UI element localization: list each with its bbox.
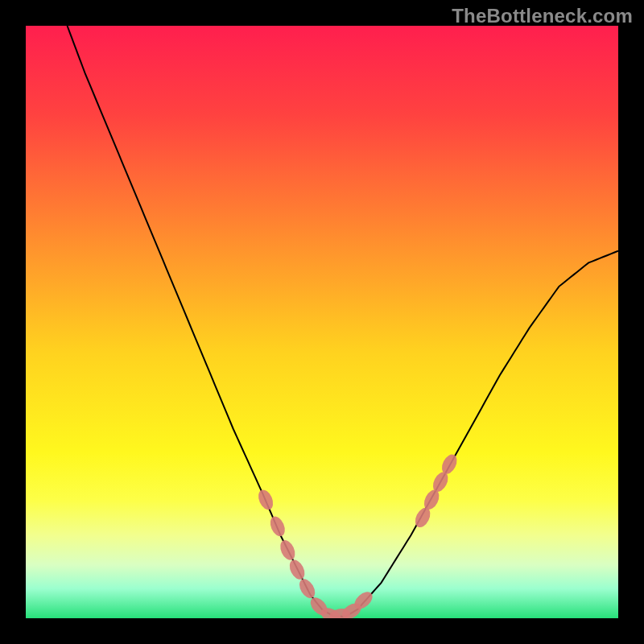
- chart-background: [26, 26, 618, 618]
- chart-svg: [26, 26, 618, 618]
- chart-plot: [26, 26, 618, 618]
- chart-frame: TheBottleneck.com: [0, 0, 644, 644]
- watermark-text: TheBottleneck.com: [452, 5, 633, 27]
